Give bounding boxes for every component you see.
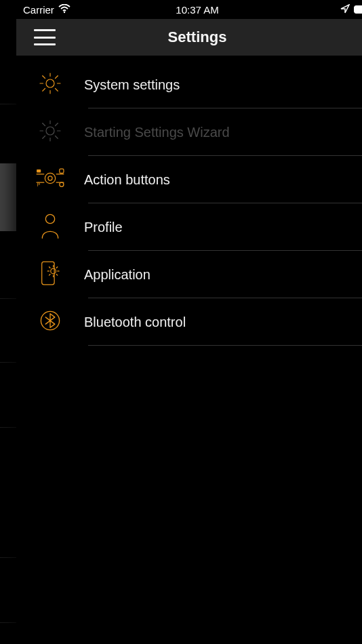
svg-line-18 xyxy=(43,136,45,139)
background-sliver xyxy=(0,0,16,644)
svg-point-20 xyxy=(48,176,52,180)
row-bluetooth[interactable]: Bluetooth control xyxy=(16,298,362,346)
menu-button[interactable] xyxy=(34,29,56,45)
carrier-label: Carrier xyxy=(23,4,54,16)
application-icon xyxy=(38,260,62,289)
header: Settings xyxy=(16,19,362,56)
row-label: Bluetooth control xyxy=(84,315,358,330)
profile-icon xyxy=(39,212,62,242)
bluetooth-icon xyxy=(39,309,62,335)
row-settings-wizard[interactable]: Starting Settings Wizard xyxy=(16,108,362,156)
svg-line-37 xyxy=(56,275,58,276)
svg-point-29 xyxy=(45,214,54,223)
battery-icon xyxy=(354,5,362,14)
svg-line-15 xyxy=(43,123,45,126)
chevron-right-icon xyxy=(358,125,362,139)
chevron-right-icon xyxy=(358,315,362,329)
svg-line-38 xyxy=(56,267,58,268)
svg-line-17 xyxy=(56,123,58,126)
chevron-right-icon xyxy=(358,220,362,234)
row-label: System settings xyxy=(84,77,358,93)
row-label: Profile xyxy=(84,220,358,235)
row-system-settings[interactable]: System settings xyxy=(16,61,362,108)
svg-line-9 xyxy=(43,89,45,92)
svg-line-16 xyxy=(56,136,58,139)
status-bar: Carrier 10:37 AM xyxy=(16,0,362,19)
settings-panel: Carrier 10:37 AM Setting xyxy=(16,0,362,644)
svg-point-1 xyxy=(46,79,54,87)
svg-point-10 xyxy=(46,127,54,135)
row-label: Starting Settings Wizard xyxy=(84,125,358,140)
row-label: Action buttons xyxy=(84,172,358,188)
svg-rect-27 xyxy=(60,169,64,173)
row-profile[interactable]: Profile xyxy=(16,203,362,251)
location-icon xyxy=(340,4,350,16)
chevron-right-icon xyxy=(358,173,362,186)
svg-text:P: P xyxy=(37,182,41,187)
chevron-right-icon xyxy=(358,78,362,92)
clock: 10:37 AM xyxy=(176,4,218,16)
svg-rect-25 xyxy=(37,169,41,173)
row-label: Application xyxy=(84,267,358,283)
svg-line-6 xyxy=(43,76,45,79)
svg-point-0 xyxy=(64,11,65,12)
svg-line-39 xyxy=(49,275,50,276)
svg-line-8 xyxy=(56,76,58,79)
settings-list: System settings xyxy=(16,56,362,346)
gear-icon xyxy=(38,119,62,146)
svg-point-28 xyxy=(60,182,64,186)
page-title: Settings xyxy=(168,28,227,46)
row-action-buttons[interactable]: P Action buttons xyxy=(16,156,362,203)
svg-line-36 xyxy=(49,267,50,268)
row-application[interactable]: Application xyxy=(16,251,362,298)
gear-icon xyxy=(38,71,62,98)
svg-point-31 xyxy=(51,268,56,274)
background-highlight xyxy=(0,163,16,231)
wifi-icon xyxy=(58,4,71,16)
svg-point-19 xyxy=(45,173,55,183)
chevron-right-icon xyxy=(358,268,362,281)
action-buttons-icon: P xyxy=(35,166,66,193)
svg-line-7 xyxy=(56,89,58,92)
